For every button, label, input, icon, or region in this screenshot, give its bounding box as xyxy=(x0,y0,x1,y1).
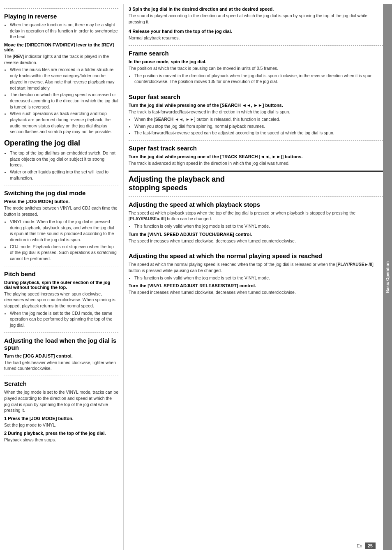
section-switching-jog: Switching the jog dial mode Press the [J… xyxy=(4,189,118,261)
section-scratch: Scratch When the jog mode is set to the … xyxy=(4,380,118,443)
section-adjusting-load: Adjusting the load when the jog dial is … xyxy=(4,337,118,372)
step3-body: The sound is played according to the dir… xyxy=(129,13,383,25)
frame-search-body: The position at which the track is pausi… xyxy=(129,65,383,72)
divider-normal-speed xyxy=(129,248,383,248)
divider-pitch xyxy=(4,266,118,266)
bullet-item: The fast-forward/fast-reverse speed can … xyxy=(134,130,383,136)
speed-stops-body: The speed at which playback stops when t… xyxy=(129,210,383,222)
bullet-item: When the [SEARCH ◄◄, ►►] button is relea… xyxy=(134,116,383,122)
section-step4: 4 Release your hand from the top of the … xyxy=(129,29,383,41)
track-search-heading: Turn the jog dial while pressing one of … xyxy=(129,154,383,159)
bullet-item: The top of the jog dial has an embedded … xyxy=(10,150,118,168)
main-content: Playing in reverse When the quantize fun… xyxy=(0,0,392,554)
bullet-item: Water or other liquids getting into the … xyxy=(10,169,118,181)
step4-body: Normal playback resumes. xyxy=(129,35,383,41)
direction-lever-heading: Move the [DIRECTION FWD/REV] lever to th… xyxy=(4,42,118,52)
title-super-fast-track: Super fast track search xyxy=(129,145,383,152)
scratch-step2-heading: 2 During playback, press the top of the … xyxy=(4,431,118,436)
jog-mode-body: The mode switches between VINYL and CDJ … xyxy=(4,205,118,217)
side-tab-label: Basic Operation xyxy=(385,261,390,293)
vinyl-release-start-heading: Turn the [VINYL SPEED ADJUST RELEASE/STA… xyxy=(129,283,383,288)
bullet-item: When the music files are recorded in a f… xyxy=(10,67,118,91)
page-footer: En 25 xyxy=(357,541,380,551)
en-label: En xyxy=(357,543,362,548)
section-pitch-bend: Pitch bend During playback, spin the out… xyxy=(4,270,118,328)
jog-mode-subbullets: VINYL mode: When the top of the jog dial… xyxy=(10,219,118,262)
divider-scratch xyxy=(4,376,118,376)
section-speed-stops: Adjusting the speed at which playback st… xyxy=(129,201,383,244)
super-fast-bullets: When the [SEARCH ◄◄, ►►] button is relea… xyxy=(134,116,383,136)
divider-top-playing-reverse xyxy=(4,8,118,9)
divider-stops xyxy=(129,196,383,197)
page-container: Playing in reverse When the quantize fun… xyxy=(0,0,392,554)
operating-jog-bullets: The top of the jog dial has an embedded … xyxy=(10,150,118,181)
divider-load xyxy=(4,332,118,333)
super-fast-body: The track is fast-forwarded/fast-reverse… xyxy=(129,109,383,115)
scratch-step2-body: Playback slows then stops. xyxy=(4,437,118,443)
title-operating-jog: Operating the jog dial xyxy=(4,139,118,148)
bullet-item: VINYL mode: When the top of the jog dial… xyxy=(10,219,118,243)
vinyl-release-start-body: The speed increases when turned clockwis… xyxy=(129,289,383,295)
pitch-bullets: When the jog mode is set to the CDJ mode… xyxy=(10,310,118,328)
frame-search-bullets: The position is moved in the direction o… xyxy=(134,73,383,85)
scratch-step1-heading: 1 Press the [JOG MODE] button. xyxy=(4,416,118,421)
title-playing-reverse: Playing in reverse xyxy=(4,13,118,20)
bullet-item: This function is only valid when the jog… xyxy=(134,223,383,229)
section-step3: 3 Spin the jog dial in the desired direc… xyxy=(129,7,383,25)
title-pitch-bend: Pitch bend xyxy=(4,270,118,277)
section-frame-search: Frame search In the pause mode, spin the… xyxy=(129,50,383,85)
title-frame-search: Frame search xyxy=(129,50,383,57)
scratch-step1-body: Set the jog mode to VINYL. xyxy=(4,422,118,428)
step4-heading: 4 Release your hand from the top of the … xyxy=(129,29,383,34)
bullet-item: When the jog mode is set to the CDJ mode… xyxy=(10,310,118,328)
vinyl-touch-brake-heading: Turn the [VINYL SPEED ADJUST TOUCH/BRAKE… xyxy=(129,232,383,237)
direction-lever-bullets: When the music files are recorded in a f… xyxy=(10,67,118,135)
jog-mode-heading: Press the [JOG MODE] button. xyxy=(4,199,118,204)
bullet-item: The direction in which the playing speed… xyxy=(10,92,118,110)
speed-normal-body: The speed at which the normal playing sp… xyxy=(129,261,383,273)
page-number: 25 xyxy=(365,542,376,549)
jog-adjust-heading: Turn the [JOG ADJUST] control. xyxy=(4,353,118,358)
title-speed-normal: Adjusting the speed at which the normal … xyxy=(129,252,383,259)
title-switching-jog: Switching the jog dial mode xyxy=(4,189,118,196)
title-scratch: Scratch xyxy=(4,380,118,387)
section-super-fast-track: Super fast track search Turn the jog dia… xyxy=(129,145,383,166)
section-super-fast-search: Super fast search Turn the jog dial whil… xyxy=(129,93,383,136)
divider-super-fast xyxy=(129,89,383,89)
bullet-item: When such operations as track searching … xyxy=(10,111,118,135)
section-operating-jog: Operating the jog dial The top of the jo… xyxy=(4,139,118,181)
pitch-spin-heading: During playback, spin the outer section … xyxy=(4,280,118,290)
title-speed-stops: Adjusting the speed at which playback st… xyxy=(129,201,383,208)
track-search-body: The track is advanced at high speed in t… xyxy=(129,160,383,166)
pitch-spin-body: The playing speed increases when spun cl… xyxy=(4,291,118,309)
title-super-fast-search: Super fast search xyxy=(129,93,383,100)
divider-switching xyxy=(4,185,118,185)
section-speed-normal: Adjusting the speed at which the normal … xyxy=(129,252,383,295)
divider-frame xyxy=(129,45,383,46)
right-column: 3 Spin the jog dial in the desired direc… xyxy=(123,4,383,550)
left-column: Playing in reverse When the quantize fun… xyxy=(4,4,123,550)
direction-lever-body: The [REV] indicator lights and the track… xyxy=(4,53,118,65)
jog-adjust-body: The load gets heavier when turned clockw… xyxy=(4,360,118,372)
highlight-section-playback: Adjusting the playback andstopping speed… xyxy=(129,171,383,192)
section-playing-reverse: Playing in reverse When the quantize fun… xyxy=(4,13,118,135)
bullet-item: CDJ mode: Playback does not stop even wh… xyxy=(10,244,118,262)
title-adjusting-load: Adjusting the load when the jog dial is … xyxy=(4,337,118,351)
title-adjusting-playback: Adjusting the playback andstopping speed… xyxy=(129,175,383,192)
super-fast-heading: Turn the jog dial while pressing one of … xyxy=(129,103,383,108)
vinyl-touch-brake-body: The speed increases when turned clockwis… xyxy=(129,238,383,244)
frame-search-heading: In the pause mode, spin the jog dial. xyxy=(129,59,383,64)
scratch-body: When the jog mode is set to the VINYL mo… xyxy=(4,389,118,413)
speed-normal-bullets: This function is only valid when the jog… xyxy=(134,275,383,281)
playing-reverse-bullets: When the quantize function is on, there … xyxy=(10,22,118,40)
bullet-item: When you stop the jog dial from spinning… xyxy=(134,123,383,129)
side-tab: Basic Operation xyxy=(383,4,392,550)
bullet-item: This function is only valid when the jog… xyxy=(134,275,383,281)
bullet-item: The position is moved in the direction o… xyxy=(134,73,383,85)
speed-stops-bullets: This function is only valid when the jog… xyxy=(134,223,383,229)
step3-heading: 3 Spin the jog dial in the desired direc… xyxy=(129,7,383,12)
bullet-item: When the quantize function is on, there … xyxy=(10,22,118,40)
divider-track-search xyxy=(129,140,383,141)
